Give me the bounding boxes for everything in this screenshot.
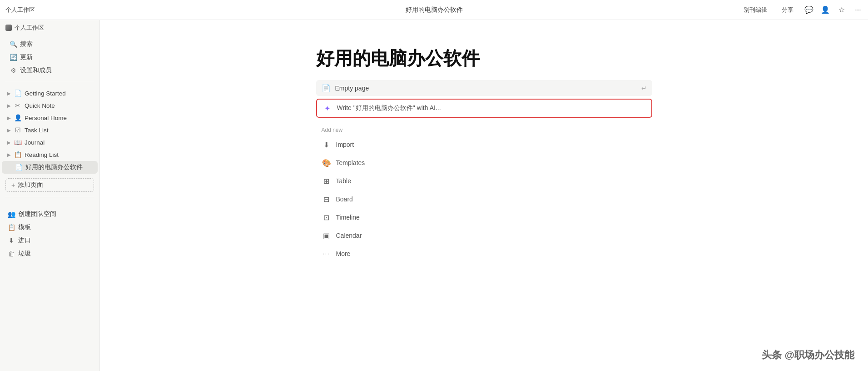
sidebar-item-reading-list[interactable]: ▶ 📋 Reading List xyxy=(2,149,98,160)
empty-page-left: 📄 Empty page xyxy=(322,84,369,92)
task-list-label: Task List xyxy=(25,127,92,134)
enter-icon: ↵ xyxy=(641,85,647,92)
empty-page-label: Empty page xyxy=(335,85,369,92)
table-action-icon: ⊞ xyxy=(322,176,332,186)
import-action-label: Import xyxy=(336,141,354,148)
ai-write-outline: ✦ Write "好用的电脑办公软件" with AI... xyxy=(316,99,652,118)
comment-icon[interactable]: 💬 xyxy=(804,5,813,15)
top-bar-left: 个人工作区 xyxy=(5,6,35,14)
sidebar-item-templates[interactable]: 📋 模板 xyxy=(2,221,98,234)
timeline-action-label: Timeline xyxy=(336,214,360,221)
update-icon: 🔄 xyxy=(9,54,17,61)
timeline-action-icon: ⊡ xyxy=(322,212,332,222)
action-list: 📄 Empty page ↵ ✦ Write "好用的电脑办公软件" with … xyxy=(316,80,652,262)
page-content: 好用的电脑办公软件 📄 Empty page ↵ ✦ Write "好用的电脑办… xyxy=(280,20,689,281)
chevron-icon: ▶ xyxy=(7,152,11,157)
trash-label: 垃圾 xyxy=(18,250,92,258)
action-board[interactable]: ⊟ Board xyxy=(316,191,652,208)
action-templates[interactable]: 🎨 Templates xyxy=(316,154,652,171)
chevron-icon: ▶ xyxy=(7,140,11,145)
action-more[interactable]: ··· More xyxy=(316,245,652,262)
sidebar-search[interactable]: 🔍 搜索 xyxy=(4,38,96,50)
sidebar-workspace-name: 个人工作区 xyxy=(15,24,44,32)
add-page-button[interactable]: + 添加页面 xyxy=(5,178,94,192)
action-calendar[interactable]: ▣ Calendar xyxy=(316,227,652,244)
sidebar-settings[interactable]: ⚙ 设置和成员 xyxy=(4,64,96,77)
sidebar-item-quick-note[interactable]: ▶ ✂ Quick Note xyxy=(2,100,98,111)
workspace-dot xyxy=(5,25,12,31)
reading-list-label: Reading List xyxy=(25,151,92,158)
sidebar-update[interactable]: 🔄 更新 xyxy=(4,51,96,64)
ai-write-item[interactable]: ✦ Write "好用的电脑办公软件" with AI... xyxy=(317,100,651,117)
sidebar-bottom: 👥 创建团队空间 📋 模板 ⬇ 进口 🗑 垃圾 xyxy=(0,204,99,264)
create-team-label: 创建团队空间 xyxy=(18,210,92,218)
board-action-icon: ⊟ xyxy=(322,194,332,204)
chevron-icon: ▶ xyxy=(7,103,11,108)
ai-write-label: Write "好用的电脑办公软件" with AI... xyxy=(337,104,441,112)
edit-button[interactable]: 别刊编辑 xyxy=(740,4,771,16)
getting-started-label: Getting Started xyxy=(25,90,92,97)
table-action-label: Table xyxy=(336,177,351,185)
more-action-label: More xyxy=(336,250,351,257)
person-icon: 👤 xyxy=(14,114,22,121)
chevron-icon: ▶ xyxy=(7,128,11,133)
search-label: 搜索 xyxy=(20,40,90,48)
page-icon: 📄 xyxy=(14,90,22,97)
team-icon: 👥 xyxy=(7,211,15,218)
sidebar-item-create-team[interactable]: 👥 创建团队空间 xyxy=(2,208,98,221)
add-page-wrapper: + 添加页面 xyxy=(0,176,99,194)
workspace-name: 个人工作区 xyxy=(5,6,35,14)
sidebar: 个人工作区 🔍 搜索 🔄 更新 ⚙ 设置和成员 ▶ 📄 Getting S xyxy=(0,20,100,371)
templates-action-label: Templates xyxy=(336,159,365,166)
sidebar-divider-2 xyxy=(5,197,94,197)
more-action-icon: ··· xyxy=(322,249,332,259)
settings-label: 设置和成员 xyxy=(20,66,90,75)
action-import[interactable]: ⬇ Import xyxy=(316,136,652,153)
scissor-icon: ✂ xyxy=(14,102,22,109)
chevron-icon: ▶ xyxy=(7,91,11,96)
star-icon[interactable]: ☆ xyxy=(837,5,846,15)
share-button[interactable]: 分享 xyxy=(778,4,797,16)
plus-icon: + xyxy=(11,181,15,189)
sidebar-item-trash[interactable]: 🗑 垃圾 xyxy=(2,247,98,260)
search-icon: 🔍 xyxy=(9,40,17,48)
sidebar-item-getting-started[interactable]: ▶ 📄 Getting Started xyxy=(2,87,98,99)
more-icon[interactable]: ··· xyxy=(853,5,863,15)
journal-icon: 📖 xyxy=(14,139,22,146)
main-layout: 个人工作区 🔍 搜索 🔄 更新 ⚙ 设置和成员 ▶ 📄 Getting S xyxy=(0,20,868,371)
sidebar-divider-1 xyxy=(5,82,94,82)
quick-note-label: Quick Note xyxy=(25,102,92,109)
sidebar-item-import[interactable]: ⬇ 进口 xyxy=(2,234,98,247)
user-icon[interactable]: 👤 xyxy=(821,5,830,15)
page-title: 好用的电脑办公软件 xyxy=(316,47,652,69)
sidebar-item-task-list[interactable]: ▶ ☑ Task List xyxy=(2,124,98,136)
sidebar-item-current-page[interactable]: 📄 好用的电脑办公软件 xyxy=(2,161,98,174)
top-bar-right: 别刊编辑 分享 💬 👤 ☆ ··· xyxy=(740,4,863,16)
workspace-row[interactable]: 个人工作区 xyxy=(0,20,99,34)
templates-action-icon: 🎨 xyxy=(322,158,332,168)
action-table[interactable]: ⊞ Table xyxy=(316,172,652,190)
top-bar: 个人工作区 好用的电脑办公软件 别刊编辑 分享 💬 👤 ☆ ··· xyxy=(0,0,868,20)
template-icon: 📋 xyxy=(7,224,15,231)
trash-icon: 🗑 xyxy=(7,250,15,257)
journal-label: Journal xyxy=(25,139,92,146)
sidebar-item-personal-home[interactable]: ▶ 👤 Personal Home xyxy=(2,112,98,124)
action-timeline[interactable]: ⊡ Timeline xyxy=(316,209,652,226)
empty-page-icon: 📄 xyxy=(322,84,331,92)
content-area: 好用的电脑办公软件 📄 Empty page ↵ ✦ Write "好用的电脑办… xyxy=(100,20,868,371)
add-new-label: Add new xyxy=(316,123,652,135)
update-label: 更新 xyxy=(20,53,90,61)
calendar-action-icon: ▣ xyxy=(322,231,332,241)
calendar-action-label: Calendar xyxy=(336,232,362,239)
import-label: 进口 xyxy=(18,236,92,245)
page-icon-active: 📄 xyxy=(15,164,23,171)
sidebar-item-journal[interactable]: ▶ 📖 Journal xyxy=(2,136,98,148)
current-page-label: 好用的电脑办公软件 xyxy=(25,163,92,171)
reading-icon: 📋 xyxy=(14,151,22,158)
top-bar-page-title: 好用的电脑办公软件 xyxy=(406,6,463,14)
ai-icon: ✦ xyxy=(322,103,332,113)
sidebar-top-section: 🔍 搜索 🔄 更新 ⚙ 设置和成员 xyxy=(0,34,99,79)
empty-page-item[interactable]: 📄 Empty page ↵ xyxy=(316,80,652,96)
sidebar-nav-section: ▶ 📄 Getting Started ▶ ✂ Quick Note ▶ 👤 P… xyxy=(0,85,99,176)
templates-label: 模板 xyxy=(18,223,92,231)
